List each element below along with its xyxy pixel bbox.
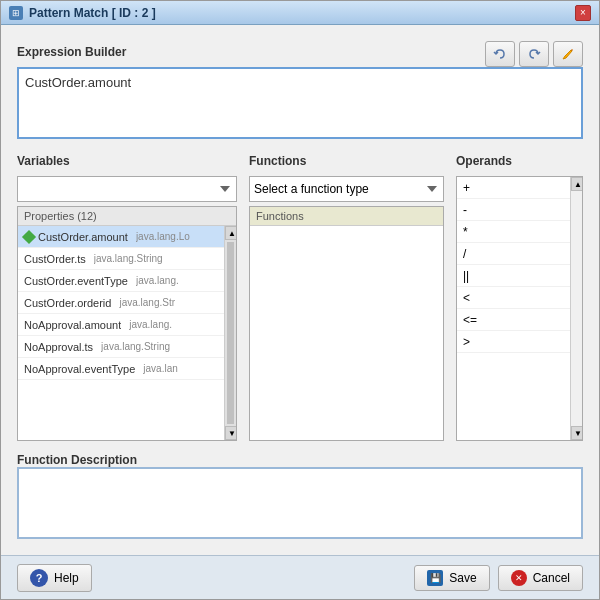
function-description-area	[17, 467, 583, 539]
operand-item[interactable]: >	[457, 331, 570, 353]
expression-input[interactable]: CustOrder.amount	[17, 67, 583, 139]
redo-icon	[526, 46, 542, 62]
title-bar: ⊞ Pattern Match [ ID : 2 ] ×	[1, 1, 599, 25]
expression-builder-header: Expression Builder	[17, 41, 583, 67]
list-item[interactable]: NoApproval.amount java.lang.	[18, 314, 224, 336]
expression-toolbar	[485, 41, 583, 67]
dialog-title: Pattern Match [ ID : 2 ]	[29, 6, 156, 20]
var-scrollbar[interactable]: ▲ ▼	[224, 226, 236, 440]
cancel-icon: ✕	[511, 570, 527, 586]
list-item[interactable]: CustOrder.orderid java.lang.Str	[18, 292, 224, 314]
three-columns: Variables Properties (12) CustOrder.amou…	[17, 154, 583, 441]
operands-scroll-down[interactable]: ▼	[571, 426, 582, 440]
operand-item[interactable]: *	[457, 221, 570, 243]
redo-button[interactable]	[519, 41, 549, 67]
operand-item[interactable]: -	[457, 199, 570, 221]
list-item[interactable]: NoApproval.ts java.lang.String	[18, 336, 224, 358]
list-item[interactable]: CustOrder.ts java.lang.String	[18, 248, 224, 270]
operand-item[interactable]: <	[457, 287, 570, 309]
operands-column: Operands + - * / || < <= >	[456, 154, 583, 441]
undo-icon	[492, 46, 508, 62]
function-list	[250, 226, 443, 440]
operands-label: Operands	[456, 154, 583, 168]
scroll-up-arrow[interactable]: ▲	[225, 226, 236, 240]
function-description-section: Function Description	[17, 453, 583, 539]
variable-list-container: Properties (12) CustOrder.amount java.la…	[17, 206, 237, 441]
function-list-header: Functions	[250, 207, 443, 226]
function-type-dropdown[interactable]: Select a function type	[249, 176, 444, 202]
main-content: Expression Builder	[1, 25, 599, 555]
variable-list-header: Properties (12)	[18, 207, 236, 226]
function-description-label: Function Description	[17, 453, 137, 467]
variables-column: Variables Properties (12) CustOrder.amou…	[17, 154, 237, 441]
var-scroll-container: CustOrder.amount java.lang.Lo CustOrder.…	[18, 226, 236, 440]
help-label: Help	[54, 571, 79, 585]
scrollbar-thumb[interactable]	[227, 242, 234, 424]
cancel-label: Cancel	[533, 571, 570, 585]
bottom-bar: ? Help 💾 Save ✕ Cancel	[1, 555, 599, 599]
list-item[interactable]: CustOrder.amount java.lang.Lo	[18, 226, 224, 248]
operand-item[interactable]: +	[457, 177, 570, 199]
help-button[interactable]: ? Help	[17, 564, 92, 592]
expression-builder-section: Expression Builder	[17, 41, 583, 142]
dialog: ⊞ Pattern Match [ ID : 2 ] × Expression …	[0, 0, 600, 600]
selected-indicator	[22, 229, 36, 243]
operand-item[interactable]: <=	[457, 309, 570, 331]
operand-item[interactable]: ||	[457, 265, 570, 287]
save-icon: 💾	[427, 570, 443, 586]
operands-scrollbar[interactable]: ▲ ▼	[570, 177, 582, 440]
help-icon: ?	[30, 569, 48, 587]
close-button[interactable]: ×	[575, 5, 591, 21]
scroll-down-arrow[interactable]: ▼	[225, 426, 236, 440]
list-item[interactable]: NoApproval.eventType java.lan	[18, 358, 224, 380]
function-list-container: Functions	[249, 206, 444, 441]
pencil-icon	[560, 46, 576, 62]
expression-builder-label: Expression Builder	[17, 45, 126, 59]
operands-scroll-track	[571, 191, 582, 426]
save-label: Save	[449, 571, 476, 585]
bottom-right: 💾 Save ✕ Cancel	[414, 565, 583, 591]
title-bar-left: ⊞ Pattern Match [ ID : 2 ]	[9, 6, 156, 20]
undo-button[interactable]	[485, 41, 515, 67]
variables-label: Variables	[17, 154, 237, 168]
clear-button[interactable]	[553, 41, 583, 67]
operand-item[interactable]: /	[457, 243, 570, 265]
variables-dropdown[interactable]	[17, 176, 237, 202]
operands-scroll-up[interactable]: ▲	[571, 177, 582, 191]
functions-label: Functions	[249, 154, 444, 168]
dialog-icon: ⊞	[9, 6, 23, 20]
cancel-button[interactable]: ✕ Cancel	[498, 565, 583, 591]
functions-column: Functions Select a function type Functio…	[249, 154, 444, 441]
variable-list: CustOrder.amount java.lang.Lo CustOrder.…	[18, 226, 224, 440]
save-button[interactable]: 💾 Save	[414, 565, 489, 591]
operands-list: + - * / || < <= >	[457, 177, 570, 440]
operands-list-container: + - * / || < <= > ▲ ▼	[456, 176, 583, 441]
list-item[interactable]: CustOrder.eventType java.lang.	[18, 270, 224, 292]
